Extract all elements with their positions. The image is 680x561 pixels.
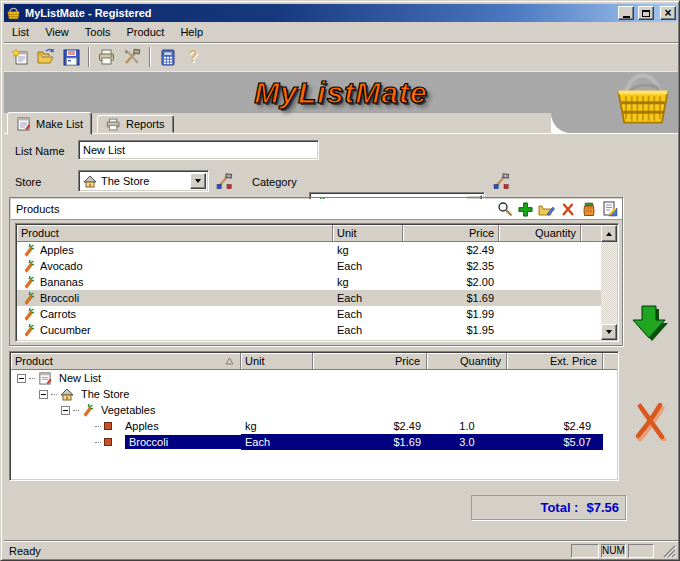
menu-view[interactable]: View — [37, 22, 77, 42]
print-button[interactable] — [95, 45, 119, 69]
column-blank — [603, 353, 617, 370]
printer-icon — [106, 118, 121, 131]
edit-list-button[interactable] — [600, 200, 619, 218]
tab-make-list[interactable]: Make List — [7, 112, 92, 135]
calculator-button[interactable] — [156, 45, 180, 69]
column-unit[interactable]: Unit — [333, 225, 403, 242]
toolbar-separator — [88, 47, 90, 67]
column-price[interactable]: Price — [403, 225, 499, 242]
close-button[interactable]: × — [660, 6, 676, 20]
tab-label: Make List — [36, 118, 83, 130]
toolbar-separator — [149, 47, 151, 67]
menu-product[interactable]: Product — [118, 22, 172, 42]
product-row[interactable]: Avocado Each $2.35 — [17, 258, 617, 274]
product-row[interactable]: Apples kg $2.49 — [17, 242, 617, 258]
menu-list[interactable]: List — [4, 22, 37, 42]
status-message: Ready — [9, 545, 41, 557]
collapse-icon[interactable] — [39, 390, 48, 399]
jar-icon — [581, 201, 596, 217]
add-product-button[interactable] — [516, 200, 535, 218]
menu-tools[interactable]: Tools — [77, 22, 119, 42]
column-unit[interactable]: Unit — [241, 353, 313, 370]
save-floppy-icon — [63, 49, 80, 66]
scroll-up-button[interactable] — [601, 225, 617, 242]
column-quantity[interactable]: Quantity — [499, 225, 581, 242]
column-price[interactable]: Price — [313, 353, 427, 370]
help-button[interactable]: ? — [181, 45, 205, 69]
tab-reports[interactable]: Reports — [97, 115, 174, 133]
item-bullet-icon — [104, 438, 112, 446]
plus-icon — [518, 202, 533, 217]
up-arrow-icon — [606, 232, 612, 236]
carrot-icon — [23, 275, 35, 289]
product-row[interactable]: Cucumber Each $1.95 — [17, 322, 617, 338]
total-label: Total : — [540, 500, 578, 515]
open-button[interactable] — [34, 45, 58, 69]
tree-row-list[interactable]: New List — [11, 370, 617, 386]
tree-row-store[interactable]: The Store — [11, 386, 617, 402]
product-row[interactable]: Bananas kg $2.00 — [17, 274, 617, 290]
toolbar: ? — [4, 42, 678, 71]
scrollbar-track[interactable] — [601, 242, 617, 324]
house-icon — [60, 388, 74, 401]
list-name-input[interactable] — [78, 140, 319, 160]
products-header: Products — [11, 199, 622, 220]
search-icon — [497, 201, 513, 217]
banner: MyListMate — [4, 71, 678, 113]
column-ext-price[interactable]: Ext. Price — [507, 353, 603, 370]
tools-button[interactable] — [120, 45, 144, 69]
tab-page-border — [4, 133, 678, 135]
collapse-icon[interactable] — [61, 406, 70, 415]
tools-icon — [123, 48, 141, 66]
store-combobox[interactable]: The Store — [78, 170, 209, 192]
list-table-header: Product Unit Price Quantity Ext. Price — [11, 353, 617, 370]
total-value: $7.56 — [586, 500, 619, 515]
category-label: Category — [252, 176, 297, 188]
red-x-icon — [633, 401, 667, 441]
save-button[interactable] — [59, 45, 83, 69]
minimize-icon — [623, 16, 630, 18]
search-product-button[interactable] — [495, 200, 514, 218]
tree-row-item-selected[interactable]: Broccoli Each $1.69 3.0 $5.07 — [11, 434, 617, 450]
calculator-icon — [160, 49, 176, 66]
carrot-icon — [23, 259, 35, 273]
titlebar[interactable]: MyListMate - Registered × — [4, 4, 678, 22]
house-icon — [83, 175, 97, 188]
column-quantity[interactable]: Quantity — [427, 353, 507, 370]
add-to-list-button[interactable] — [631, 303, 669, 343]
maximize-button[interactable] — [638, 6, 654, 20]
manage-stores-button[interactable] — [213, 171, 235, 191]
resize-grip[interactable] — [663, 545, 676, 558]
close-icon: × — [664, 8, 671, 18]
product-row-selected[interactable]: Broccoli Each $1.69 — [17, 290, 617, 306]
minimize-button[interactable] — [618, 6, 634, 20]
product-row[interactable]: Carrots Each $1.99 — [17, 306, 617, 322]
app-window: MyListMate - Registered × List View Tool… — [0, 0, 680, 561]
store-dropdown-button[interactable] — [190, 173, 206, 189]
manage-tools-icon — [216, 173, 233, 190]
carrot-icon — [82, 403, 94, 417]
column-product[interactable]: Product — [11, 353, 241, 370]
menu-help[interactable]: Help — [172, 22, 211, 42]
statusbar: Ready NUM — [4, 540, 678, 559]
manage-tools-icon — [493, 173, 510, 190]
notepad-icon — [38, 371, 52, 385]
tree-row-category[interactable]: Vegetables — [11, 402, 617, 418]
green-down-arrow-icon — [632, 304, 669, 342]
manage-categories-button[interactable] — [490, 171, 512, 191]
scroll-down-button[interactable] — [601, 324, 617, 340]
shopping-list-table: Product Unit Price Quantity Ext. Price N… — [9, 351, 619, 481]
remove-from-list-button[interactable] — [631, 400, 669, 442]
tree-row-item[interactable]: Apples kg $2.49 1.0 $2.49 — [11, 418, 617, 434]
basket-image — [611, 73, 675, 127]
collapse-icon[interactable] — [17, 374, 26, 383]
jar-button[interactable] — [579, 200, 598, 218]
new-list-button[interactable] — [9, 45, 33, 69]
help-icon: ? — [188, 48, 198, 66]
column-blank — [581, 225, 601, 242]
carrot-icon — [23, 323, 35, 337]
delete-product-button[interactable] — [558, 200, 577, 218]
edit-product-button[interactable] — [537, 200, 556, 218]
column-product[interactable]: Product — [17, 225, 333, 242]
down-arrow-icon — [606, 330, 612, 334]
